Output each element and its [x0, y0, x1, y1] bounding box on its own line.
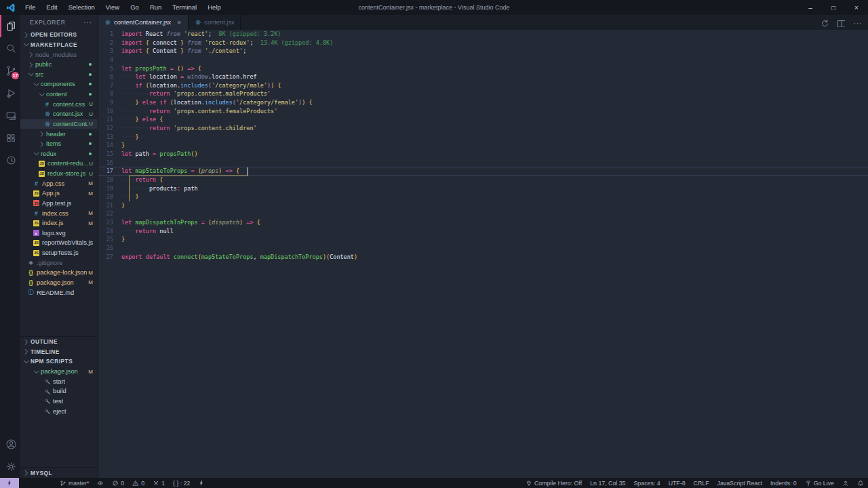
cursor-position[interactable]: Ln 17, Col 35	[586, 478, 629, 488]
line-number[interactable]: 14	[98, 141, 121, 150]
code-line-17[interactable]: 17let mapStateToProps = (props) => {	[98, 167, 868, 176]
panel-item-test[interactable]: test	[20, 396, 98, 407]
split-editor-icon[interactable]	[836, 18, 845, 27]
code-line-13[interactable]: 13····}	[98, 133, 868, 142]
menu-selection[interactable]: Selection	[63, 0, 100, 15]
line-number[interactable]: 15	[98, 150, 121, 159]
code-line-20[interactable]: 20····}	[98, 192, 868, 201]
tree-item-package-lock-json[interactable]: {}package-lock.jsonM	[20, 268, 98, 278]
line-number[interactable]: 1	[98, 30, 121, 39]
line-number[interactable]: 11	[98, 115, 121, 124]
tree-item-app-test-js[interactable]: JSApp.test.js	[20, 199, 98, 209]
tree-item-public[interactable]: public	[20, 60, 98, 70]
panel-item-package-json[interactable]: package.jsonM	[20, 367, 98, 377]
code-line-5[interactable]: 5let propsPath = () => {	[98, 64, 868, 73]
tree-item-redux-store-js[interactable]: JSredux-store.jsU	[20, 169, 98, 179]
line-number[interactable]: 12	[98, 124, 121, 133]
remote-indicator[interactable]	[0, 478, 19, 488]
panel-mysql[interactable]: MYSQL	[20, 468, 98, 478]
line-number[interactable]: 23	[98, 218, 121, 227]
line-number[interactable]: 25	[98, 235, 121, 244]
tree-item-app-js[interactable]: JSApp.jsM	[20, 188, 98, 199]
line-number[interactable]: 27	[98, 253, 121, 262]
tree-item-logo-svg[interactable]: logo.svg	[20, 228, 98, 239]
menu-go[interactable]: Go	[125, 0, 144, 15]
indents[interactable]: Indents: 0	[766, 478, 801, 488]
tree-item-marketplace[interactable]: MARKETPLACE	[20, 40, 98, 50]
search-icon[interactable]	[0, 37, 20, 60]
tree-item-readme-md[interactable]: ⓘREADME.md	[20, 287, 98, 298]
code-editor[interactable]: 1import React from 'react'; 8K (gzipped:…	[98, 30, 868, 478]
tree-item-index-js[interactable]: JSindex.jsM	[20, 218, 98, 228]
code-line-4[interactable]: 4	[98, 56, 868, 64]
bracket-count[interactable]: {.} : 22	[169, 478, 194, 488]
code-line-10[interactable]: 10········return 'props.content.femalePr…	[98, 107, 868, 116]
code-line-11[interactable]: 11····} else {	[98, 115, 868, 124]
line-number[interactable]: 22	[98, 209, 121, 218]
tree-item-contentcont-[interactable]: contentCont...U	[20, 119, 98, 129]
panel-item-eject[interactable]: eject	[20, 406, 98, 416]
tree-item-index-css[interactable]: #index.cssM	[20, 208, 98, 218]
close-icon[interactable]: ×	[176, 19, 182, 26]
sidebar-more-actions-icon[interactable]: ···	[83, 19, 92, 26]
explorer-icon[interactable]	[0, 15, 20, 37]
line-number[interactable]: 24	[98, 227, 121, 236]
tree-item-node-modules[interactable]: node_modules	[20, 49, 98, 60]
code-line-14[interactable]: 14}	[98, 141, 868, 150]
run-and-debug-icon[interactable]	[0, 82, 20, 104]
menu-run[interactable]: Run	[144, 0, 167, 15]
tree-item-setuptests-js[interactable]: JSsetupTests.js	[20, 248, 98, 258]
tree-item-header[interactable]: header	[20, 129, 98, 139]
git-branch[interactable]: master*	[56, 478, 93, 488]
restore-button[interactable]: □	[822, 0, 845, 15]
code-line-1[interactable]: 1import React from 'react'; 8K (gzipped:…	[98, 30, 868, 39]
line-number[interactable]: 13	[98, 133, 121, 142]
tree-item-redux[interactable]: redux	[20, 149, 98, 159]
line-number[interactable]: 6	[98, 73, 121, 81]
indentation[interactable]: Spaces: 4	[630, 478, 665, 488]
notifications[interactable]	[853, 478, 868, 488]
line-number[interactable]: 2	[98, 39, 121, 47]
tree-item-src[interactable]: src	[20, 70, 98, 80]
code-line-23[interactable]: 23let mapDispatchToProps = (dispatch) =>…	[98, 218, 868, 227]
tree-item-open-editors[interactable]: OPEN EDITORS	[20, 30, 98, 40]
source-control-icon[interactable]: 17	[0, 60, 20, 82]
code-line-16[interactable]: 16	[98, 159, 868, 167]
lightning-action[interactable]	[194, 478, 209, 488]
code-line-21[interactable]: 21}	[98, 201, 868, 210]
gitlens-toggle[interactable]	[93, 478, 108, 488]
line-number[interactable]: 26	[98, 244, 121, 253]
tree-item-package-json[interactable]: {}package.jsonM	[20, 278, 98, 288]
tree-item-components[interactable]: components	[20, 79, 98, 89]
line-number[interactable]: 21	[98, 201, 121, 210]
language-mode[interactable]: JavaScript React	[713, 478, 767, 488]
panel-item-outline[interactable]: OUTLINE	[20, 337, 98, 347]
line-number[interactable]: 18	[98, 176, 121, 184]
code-line-12[interactable]: 12········return 'props.content.children…	[98, 124, 868, 133]
line-number[interactable]: 9	[98, 98, 121, 107]
feedback[interactable]	[838, 478, 853, 488]
sync-icon[interactable]	[819, 18, 828, 27]
minimize-button[interactable]: –	[799, 0, 822, 15]
line-number[interactable]: 3	[98, 47, 121, 56]
line-number[interactable]: 10	[98, 107, 121, 116]
code-line-6[interactable]: 6····let location = window.location.href	[98, 73, 868, 81]
tab-content-jsx[interactable]: content.jsx	[189, 15, 240, 30]
accounts-icon[interactable]	[0, 433, 20, 455]
line-number[interactable]: 16	[98, 159, 121, 167]
timer-icon[interactable]	[0, 149, 20, 171]
code-line-2[interactable]: 2import { connect } from 'react-redux'; …	[98, 39, 868, 47]
remote-explorer-icon[interactable]	[0, 104, 20, 127]
code-line-3[interactable]: 3import { Content } from './content';	[98, 47, 868, 56]
warnings[interactable]: 0	[128, 478, 149, 488]
encoding[interactable]: UTF-8	[665, 478, 690, 488]
compile-hero[interactable]: Compile Hero: Off	[521, 478, 586, 488]
menu-edit[interactable]: Edit	[41, 0, 62, 15]
code-line-19[interactable]: 19········products: path	[98, 184, 868, 193]
code-line-15[interactable]: 15let path = propsPath()	[98, 150, 868, 159]
line-number[interactable]: 5	[98, 64, 121, 73]
code-line-25[interactable]: 25}	[98, 235, 868, 244]
menu-view[interactable]: View	[100, 0, 125, 15]
go-live[interactable]: Go Live	[801, 478, 838, 488]
panel-item-build[interactable]: build	[20, 386, 98, 396]
